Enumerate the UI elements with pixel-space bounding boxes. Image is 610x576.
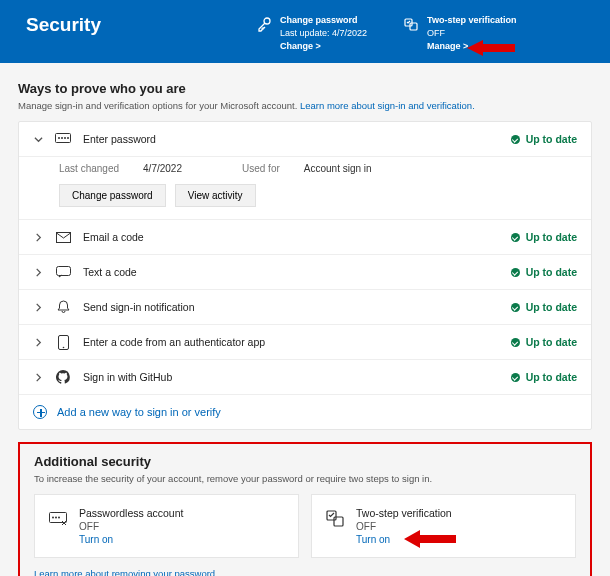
check-icon — [511, 338, 520, 347]
used-for-value: Account sign in — [304, 163, 372, 174]
svg-point-7 — [64, 137, 66, 139]
header-bar: Security Change password Last update: 4/… — [0, 0, 610, 63]
two-step-icon — [403, 16, 419, 32]
svg-point-14 — [52, 516, 54, 518]
page-title: Security — [26, 14, 256, 36]
chevron-right-icon — [33, 303, 43, 312]
last-changed-value: 4/7/2022 — [143, 163, 182, 174]
chevron-right-icon — [33, 233, 43, 242]
header-change-password[interactable]: Change password Last update: 4/7/2022 Ch… — [256, 14, 367, 53]
used-for-label: Used for — [242, 163, 280, 174]
option-label: Enter a code from an authenticator app — [83, 336, 499, 348]
check-icon — [511, 303, 520, 312]
option-label: Email a code — [83, 231, 499, 243]
plus-circle-icon — [33, 405, 47, 419]
option-email-code[interactable]: Email a code Up to date — [19, 220, 591, 255]
option-github[interactable]: Sign in with GitHub Up to date — [19, 360, 591, 395]
additional-security-subtitle: To increase the security of your account… — [34, 473, 576, 484]
github-icon — [55, 369, 71, 385]
svg-point-8 — [67, 137, 69, 139]
status-badge: Up to date — [511, 266, 577, 278]
bell-icon — [55, 299, 71, 315]
password-icon — [49, 509, 67, 527]
svg-marker-3 — [467, 40, 515, 56]
two-step-icon — [326, 509, 344, 527]
ways-to-prove-title: Ways to prove who you are — [18, 81, 592, 96]
option-enter-password-details: Last changed4/7/2022 Used forAccount sig… — [19, 163, 591, 220]
turn-on-passwordless-link[interactable]: Turn on — [79, 534, 183, 545]
option-label: Sign in with GitHub — [83, 371, 499, 383]
status-badge: Up to date — [511, 231, 577, 243]
email-icon — [55, 229, 71, 245]
header-two-step-link[interactable]: Manage > — [427, 40, 516, 53]
svg-point-6 — [61, 137, 63, 139]
text-icon — [55, 264, 71, 280]
signin-options-card: Enter password Up to date Last changed4/… — [18, 121, 592, 430]
svg-rect-18 — [334, 517, 343, 526]
callout-arrow-icon — [467, 37, 515, 59]
view-activity-button[interactable]: View activity — [175, 184, 256, 207]
svg-rect-10 — [56, 267, 70, 276]
chevron-right-icon — [33, 268, 43, 277]
option-text-code[interactable]: Text a code Up to date — [19, 255, 591, 290]
last-changed-label: Last changed — [59, 163, 119, 174]
option-authenticator-code[interactable]: Enter a code from an authenticator app U… — [19, 325, 591, 360]
svg-point-5 — [58, 137, 60, 139]
tile-status: OFF — [79, 521, 183, 532]
additional-security-section: Additional security To increase the secu… — [18, 442, 592, 576]
header-change-password-date: Last update: 4/7/2022 — [280, 27, 367, 40]
key-icon — [256, 16, 272, 32]
learn-more-signin-link[interactable]: Learn more about sign-in and verificatio… — [300, 100, 475, 111]
check-icon — [511, 373, 520, 382]
svg-point-15 — [55, 516, 57, 518]
status-badge: Up to date — [511, 336, 577, 348]
tile-two-step: Two-step verification OFF Turn on — [311, 494, 576, 558]
check-icon — [511, 135, 520, 144]
option-label: Send sign-in notification — [83, 301, 499, 313]
header-two-step-title: Two-step verification — [427, 14, 516, 27]
header-two-step[interactable]: Two-step verification OFF Manage > — [403, 14, 516, 53]
add-new-way-link[interactable]: Add a new way to sign in or verify — [19, 395, 591, 429]
ways-to-prove-subtitle: Manage sign-in and verification options … — [18, 100, 592, 111]
option-enter-password[interactable]: Enter password Up to date — [19, 122, 591, 157]
tile-title: Passwordless account — [79, 507, 183, 519]
status-badge: Up to date — [511, 133, 577, 145]
learn-remove-password-link[interactable]: Learn more about removing your password — [34, 564, 576, 576]
option-label: Text a code — [83, 266, 499, 278]
option-send-notification[interactable]: Send sign-in notification Up to date — [19, 290, 591, 325]
header-change-password-link[interactable]: Change > — [280, 40, 367, 53]
chevron-down-icon — [33, 135, 43, 144]
option-label: Enter password — [83, 133, 499, 145]
change-password-button[interactable]: Change password — [59, 184, 166, 207]
tile-passwordless: Passwordless account OFF Turn on — [34, 494, 299, 558]
check-icon — [511, 268, 520, 277]
svg-point-12 — [62, 346, 64, 348]
chevron-right-icon — [33, 338, 43, 347]
password-icon — [55, 131, 71, 147]
additional-security-title: Additional security — [34, 454, 576, 469]
check-icon — [511, 233, 520, 242]
status-badge: Up to date — [511, 301, 577, 313]
callout-arrow-icon — [404, 527, 456, 551]
status-badge: Up to date — [511, 371, 577, 383]
header-change-password-title: Change password — [280, 14, 367, 27]
svg-marker-19 — [404, 530, 456, 548]
phone-icon — [55, 334, 71, 350]
tile-title: Two-step verification — [356, 507, 452, 519]
svg-point-16 — [58, 516, 60, 518]
chevron-right-icon — [33, 373, 43, 382]
